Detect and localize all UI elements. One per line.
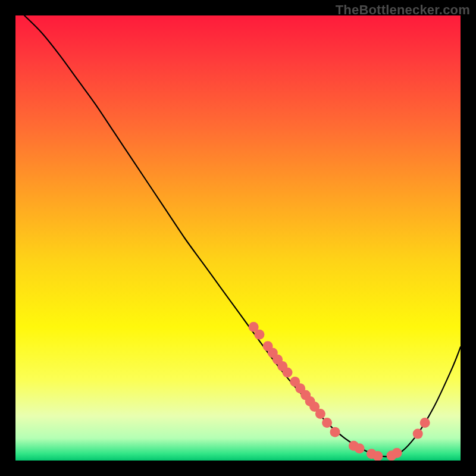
data-point: [392, 448, 402, 458]
bottleneck-chart: [15, 15, 461, 461]
attribution-text: TheBottlenecker.com: [336, 2, 470, 18]
chart-frame: [15, 15, 461, 461]
data-point: [420, 418, 430, 428]
data-point: [413, 429, 423, 439]
data-point: [322, 418, 332, 428]
data-point: [330, 427, 340, 437]
data-point: [315, 409, 325, 419]
data-point: [283, 367, 293, 377]
data-point: [355, 443, 365, 453]
gradient-background: [15, 15, 461, 461]
data-point: [254, 330, 264, 340]
